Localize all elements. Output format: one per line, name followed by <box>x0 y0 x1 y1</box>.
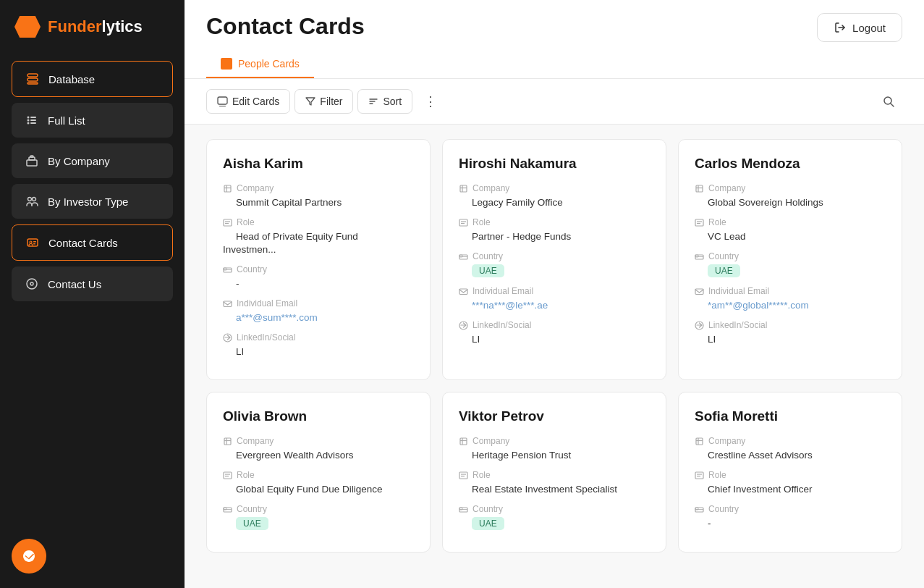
role-field: Role Head of Private Equity Fund Investm… <box>223 217 414 256</box>
company-field: Company Legacy Family Office <box>459 183 650 209</box>
svg-rect-17 <box>33 243 35 245</box>
page-title: Contact Cards <box>206 13 365 40</box>
svg-rect-6 <box>30 117 36 118</box>
linkedin-label: LinkedIn/Social <box>237 332 295 343</box>
sub-tabs: People Cards <box>206 51 902 78</box>
company-icon <box>695 437 704 446</box>
search-icon <box>882 95 895 108</box>
svg-rect-64 <box>224 472 232 479</box>
fab-button[interactable] <box>12 539 46 574</box>
email-value[interactable]: *am**@global*****.com <box>695 300 809 311</box>
svg-rect-82 <box>695 472 703 479</box>
card-name: Sofia Moretti <box>695 408 886 424</box>
svg-rect-39 <box>460 185 467 192</box>
company-value: Evergreen Wealth Advisors <box>223 450 354 461</box>
sidebar-item-full-list[interactable]: Full List <box>12 103 173 138</box>
role-field: Role Chief Investment Officer <box>695 470 886 495</box>
svg-point-13 <box>33 198 36 201</box>
contact-cards-icon <box>25 235 40 250</box>
svg-point-12 <box>28 198 32 201</box>
svg-rect-42 <box>459 219 467 226</box>
contact-card: Sofia Moretti Company Crestline Asset Ad… <box>678 392 902 553</box>
contact-card: Hiroshi Nakamura Company Legacy Family O… <box>442 139 666 380</box>
svg-rect-2 <box>27 83 38 84</box>
sort-button[interactable]: Sort <box>357 89 412 114</box>
card-name: Carlos Mendoza <box>695 156 886 172</box>
logout-button[interactable]: Logout <box>817 13 902 42</box>
role-value: Head of Private Equity Fund Investmen... <box>223 231 358 255</box>
svg-point-15 <box>30 241 32 243</box>
country-field: Country UAE <box>459 251 650 277</box>
sidebar-item-contact-cards-label: Contact Cards <box>48 237 118 249</box>
svg-rect-73 <box>459 472 467 479</box>
country-label: Country <box>708 504 739 514</box>
svg-rect-7 <box>30 119 36 121</box>
company-value: Crestline Asset Advisors <box>695 450 813 461</box>
search-button[interactable] <box>875 89 902 114</box>
card-name: Olivia Brown <box>223 408 414 424</box>
email-field: Individual Email ***na***@le***.ae <box>459 286 650 311</box>
role-value: Chief Investment Officer <box>695 484 813 495</box>
company-label: Company <box>237 436 274 446</box>
more-options-icon: ⋮ <box>424 94 438 109</box>
svg-rect-61 <box>224 438 231 445</box>
role-icon <box>223 218 232 227</box>
edit-cards-label: Edit Cards <box>232 96 279 107</box>
company-value: Global Sovereign Holdings <box>695 197 823 208</box>
filter-button[interactable]: Filter <box>294 89 353 114</box>
email-icon <box>695 287 704 296</box>
company-icon <box>695 184 704 193</box>
sidebar-item-contact-cards[interactable]: Contact Cards <box>12 224 173 261</box>
company-icon <box>459 184 468 193</box>
email-field: Individual Email *am**@global*****.com <box>695 286 886 311</box>
country-badge: UAE <box>472 517 504 530</box>
svg-rect-16 <box>33 241 36 243</box>
tab-people-cards[interactable]: People Cards <box>206 51 314 78</box>
country-label: Country <box>472 251 503 261</box>
company-field: Company Crestline Asset Advisors <box>695 436 886 461</box>
by-investor-type-icon <box>25 194 39 209</box>
country-icon <box>695 505 704 514</box>
role-label: Role <box>708 217 726 227</box>
edit-cards-button[interactable]: Edit Cards <box>206 89 290 114</box>
country-label: Country <box>237 264 267 274</box>
country-label: Country <box>708 251 739 261</box>
role-value: Partner - Hedge Funds <box>459 231 571 242</box>
role-field: Role Partner - Hedge Funds <box>459 217 650 243</box>
svg-rect-0 <box>27 74 38 77</box>
svg-rect-21 <box>218 97 227 104</box>
svg-point-19 <box>30 282 33 285</box>
linkedin-field: LinkedIn/Social LI <box>459 320 650 345</box>
country-field: Country UAE <box>695 251 886 277</box>
sidebar-item-by-company[interactable]: By Company <box>12 143 173 178</box>
linkedin-icon <box>459 321 468 330</box>
role-icon <box>223 471 232 480</box>
email-value[interactable]: a***@sum****.com <box>223 312 318 323</box>
company-label: Company <box>472 436 509 446</box>
svg-rect-48 <box>459 289 467 295</box>
by-company-icon <box>25 154 39 168</box>
role-icon <box>459 218 468 227</box>
top-header: Contact Cards Logout People Cards <box>185 0 924 79</box>
linkedin-value: LI <box>223 346 244 357</box>
filter-icon <box>305 96 315 106</box>
contact-card: Olivia Brown Company Evergreen Wealth Ad… <box>206 392 431 553</box>
email-value[interactable]: ***na***@le***.ae <box>459 300 548 311</box>
linkedin-label: LinkedIn/Social <box>472 320 531 330</box>
card-name: Aisha Karim <box>223 156 414 172</box>
svg-rect-1 <box>27 78 38 81</box>
country-value: - <box>223 278 240 289</box>
logo-text: Funderlytics <box>48 17 143 36</box>
sidebar-item-contact-us[interactable]: Contact Us <box>12 266 173 301</box>
linkedin-field: LinkedIn/Social LI <box>695 320 886 345</box>
email-icon <box>459 287 468 296</box>
country-icon <box>223 265 232 274</box>
company-field: Company Global Sovereign Holdings <box>695 183 886 209</box>
sidebar-item-by-investor-type[interactable]: By Investor Type <box>12 184 173 219</box>
more-options-button[interactable]: ⋮ <box>417 88 446 115</box>
sidebar-item-database[interactable]: Database <box>12 61 173 97</box>
linkedin-value: LI <box>695 334 716 345</box>
country-field: Country UAE <box>459 504 650 530</box>
svg-rect-31 <box>224 219 232 226</box>
country-value: - <box>695 518 711 529</box>
